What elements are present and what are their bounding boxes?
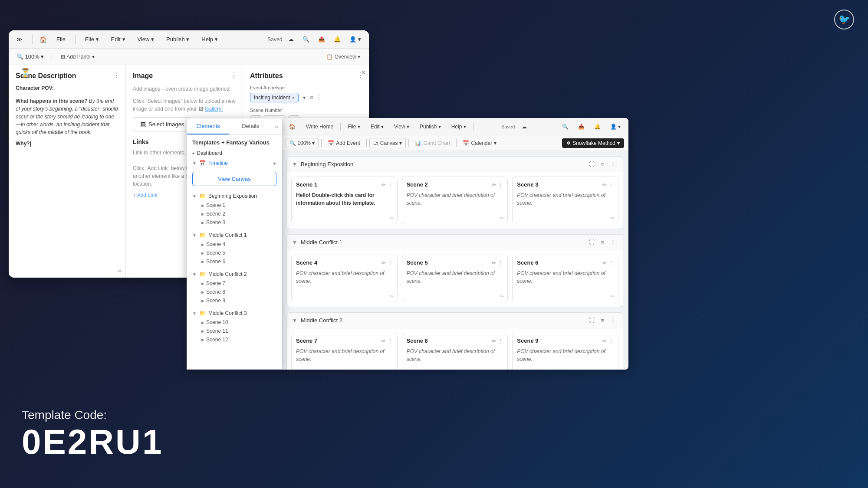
edit-icon[interactable]: ✏ — [118, 268, 122, 274]
main-cloud-btn[interactable]: ☁ — [518, 122, 530, 131]
beginning-eq-btn[interactable]: ≡ — [599, 160, 606, 168]
scene2-more-btn[interactable]: ⋮ — [498, 182, 503, 188]
mc2-more-btn[interactable]: ⋮ — [608, 316, 618, 324]
beginning-more-btn[interactable]: ⋮ — [608, 160, 618, 168]
scene9-more-btn[interactable]: ⋮ — [608, 338, 614, 344]
scene5-bottom-edit[interactable]: ✏ — [500, 294, 504, 299]
scene7-edit-btn[interactable]: ✏ — [381, 338, 386, 344]
scene1-more-btn[interactable]: ⋮ — [388, 182, 393, 188]
archetype-eq-icon[interactable]: ≡ — [310, 94, 313, 101]
sidebar-section-header-mc3[interactable]: ▼ 📁 Middle Conflict 3 — [187, 308, 282, 318]
mc2-act-chevron[interactable]: ▼ — [292, 318, 297, 324]
timeline-add-btn[interactable]: + — [273, 160, 276, 167]
main-help-btn[interactable]: Help ▾ — [448, 122, 470, 131]
tab-details[interactable]: Details — [229, 118, 271, 134]
scene6-bottom-edit[interactable]: ✏ — [611, 294, 615, 299]
file-menu-btn[interactable]: File ▾ — [82, 34, 102, 44]
tab-elements[interactable]: Elements — [187, 118, 229, 134]
sidebar-section-header-beginning[interactable]: ▼ 📁 Beginning Exposition — [187, 191, 282, 201]
close-panel-btn[interactable]: × — [362, 69, 365, 76]
main-home-icon-btn[interactable]: 🏠 — [286, 122, 299, 131]
sidebar-item-scene7[interactable]: ■ Scene 7 — [187, 279, 282, 288]
view-canvas-btn[interactable]: View Canvas — [192, 172, 276, 186]
archetype-more-icon[interactable]: ⋮ — [316, 94, 322, 101]
scene3-more-btn[interactable]: ⋮ — [608, 182, 614, 188]
select-images-btn[interactable]: 🖼 Select Images — [133, 117, 191, 131]
image-menu-icon[interactable]: ⋮ — [230, 71, 237, 79]
help-menu-btn[interactable]: Help ▾ — [199, 34, 220, 44]
sidebar-item-timeline[interactable]: ▼ 📅 Timeline + — [187, 158, 282, 168]
scene4-more-btn[interactable]: ⋮ — [388, 260, 393, 266]
scene3-bottom-edit[interactable]: ✏ — [611, 216, 615, 221]
sidebar-item-scene8[interactable]: ■ Scene 8 — [187, 288, 282, 296]
sidebar-item-dashboard[interactable]: ▪ Dashboard — [187, 148, 282, 158]
scene5-edit-btn[interactable]: ✏ — [492, 260, 496, 266]
mc1-act-chevron[interactable]: ▼ — [292, 239, 297, 246]
sidebar-item-scene1[interactable]: ■ Scene 1 — [187, 201, 282, 210]
scene4-edit-btn[interactable]: ✏ — [381, 260, 386, 266]
mc2-eq-btn[interactable]: ≡ — [599, 316, 606, 324]
scene3-edit-btn[interactable]: ✏ — [602, 182, 607, 188]
sidebar-item-scene6[interactable]: ■ Scene 6 — [187, 257, 282, 266]
sidebar-item-scene5[interactable]: ■ Scene 5 — [187, 249, 282, 257]
canvas-btn[interactable]: 🗂 Canvas ▾ — [369, 138, 406, 148]
mc1-expand-btn[interactable]: ⛶ — [587, 238, 596, 246]
zoom-btn[interactable]: 🔍 100% ▾ — [14, 52, 46, 62]
scene5-more-btn[interactable]: ⋮ — [498, 260, 503, 266]
beginning-act-chevron[interactable]: ▼ — [292, 161, 297, 167]
chip-remove-btn[interactable]: × — [292, 95, 294, 100]
main-publish-btn[interactable]: Publish ▾ — [416, 122, 444, 131]
snowflake-btn[interactable]: ❄ Snowflake Method ▾ — [562, 138, 624, 148]
beginning-expand-btn[interactable]: ⛶ — [587, 160, 596, 168]
mc2-expand-btn[interactable]: ⛶ — [587, 316, 596, 324]
gantt-btn[interactable]: 📊 Gantt Chart — [411, 138, 454, 148]
overview-btn[interactable]: 📋 Overview ▾ — [323, 52, 364, 62]
account-btn[interactable]: 👤 ▾ — [347, 34, 364, 44]
search-btn[interactable]: 🔍 — [300, 34, 312, 44]
sidebar-item-scene9[interactable]: ■ Scene 9 — [187, 296, 282, 305]
gallery-link[interactable]: Gallery! — [205, 106, 223, 112]
main-view-btn[interactable]: View ▾ — [391, 122, 413, 131]
mc1-more-btn[interactable]: ⋮ — [608, 238, 618, 246]
main-search-btn[interactable]: 🔍 — [559, 122, 572, 131]
main-export-btn[interactable]: 📤 — [575, 122, 588, 131]
scene-desc-menu-icon[interactable]: ⋮ — [113, 71, 120, 79]
sidebar-section-header-mc1[interactable]: ▼ 📁 Middle Conflict 1 — [187, 230, 282, 240]
sidebar-section-header-mc2[interactable]: ▼ 📁 Middle Conflict 2 — [187, 269, 282, 279]
edit-menu-btn[interactable]: Edit ▾ — [108, 34, 128, 44]
sidebar-item-scene10[interactable]: ■ Scene 10 — [187, 318, 282, 327]
expand-btn[interactable]: ≫ — [14, 34, 25, 44]
main-notif-btn[interactable]: 🔔 — [591, 122, 604, 131]
zoom-control-btn[interactable]: 🔍 100% ▾ — [286, 138, 319, 148]
scene6-more-btn[interactable]: ⋮ — [608, 260, 614, 266]
add-panel-btn[interactable]: ⊞ Add Panel ▾ — [57, 52, 98, 62]
scene4-bottom-edit[interactable]: ✏ — [390, 294, 394, 299]
publish-menu-btn[interactable]: Publish ▾ — [164, 34, 192, 44]
main-edit-btn[interactable]: Edit ▾ — [367, 122, 387, 131]
main-account-btn[interactable]: 👤 ▾ — [607, 122, 624, 131]
scene6-edit-btn[interactable]: ✏ — [602, 260, 607, 266]
sidebar-item-scene2[interactable]: ■ Scene 2 — [187, 210, 282, 218]
add-link-btn[interactable]: + Add Link — [133, 192, 157, 198]
cloud-btn[interactable]: ☁ — [286, 34, 296, 44]
scene7-more-btn[interactable]: ⋮ — [388, 338, 393, 344]
main-file-btn[interactable]: File ▾ — [344, 122, 364, 131]
scene2-edit-btn[interactable]: ✏ — [492, 182, 496, 188]
calendar-btn[interactable]: 📅 Calendar ▾ — [459, 138, 500, 148]
scene9-edit-btn[interactable]: ✏ — [602, 338, 607, 344]
scene8-edit-btn[interactable]: ✏ — [492, 338, 496, 344]
tab-collapse-btn[interactable]: « — [272, 118, 282, 134]
sidebar-item-scene4[interactable]: ■ Scene 4 — [187, 240, 282, 249]
scene1-edit-btn[interactable]: ✏ — [381, 182, 386, 188]
mc1-eq-btn[interactable]: ≡ — [599, 238, 606, 246]
export-btn[interactable]: 📤 — [316, 34, 328, 44]
view-menu-btn[interactable]: View ▾ — [135, 34, 157, 44]
archetype-dropdown-btn[interactable]: ▾ — [301, 93, 307, 102]
scene1-bottom-edit[interactable]: ✏ — [390, 216, 394, 221]
scene8-more-btn[interactable]: ⋮ — [498, 338, 503, 344]
scene2-bottom-edit[interactable]: ✏ — [500, 216, 504, 221]
sidebar-item-scene11[interactable]: ■ Scene 11 — [187, 327, 282, 335]
notif-btn[interactable]: 🔔 — [331, 34, 343, 44]
sidebar-item-scene12[interactable]: ■ Scene 12 — [187, 335, 282, 344]
add-event-btn[interactable]: 📅 Add Event — [324, 138, 363, 148]
